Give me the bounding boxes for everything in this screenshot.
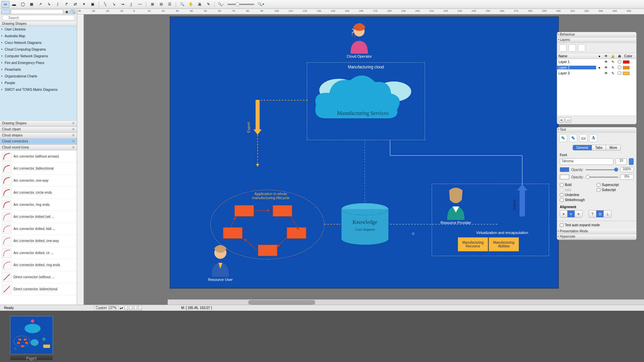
text-color-tool[interactable]: ✎ [559,134,567,142]
fill-swatch[interactable] [560,167,569,172]
zb4[interactable] [139,306,142,310]
lib-item[interactable]: Flowcharts [0,67,77,73]
layer-row[interactable]: Layer 2●👁✎ [557,65,636,70]
zoom-in-icon[interactable]: 🔍 [178,1,186,8]
rect-tool[interactable]: ▬ [10,1,18,8]
layer-remove-button[interactable]: − [565,117,571,123]
arrange-tool[interactable]: ☰ [166,1,174,8]
conn1-tool[interactable]: ↳ [45,1,53,8]
lifecycle-box-4[interactable] [287,227,306,239]
font-icon[interactable]: A [589,134,597,142]
manufacturing-cloud-box[interactable]: Manufacturing cloud Manufacturing Servic… [307,62,425,140]
tab-general[interactable]: General [573,145,592,150]
ellipse-tool[interactable]: ◯ [19,1,27,8]
search-input[interactable] [2,15,75,20]
zb3[interactable] [134,306,137,310]
bezier-tool[interactable]: ↝ [118,1,126,8]
layer-tool-3[interactable] [578,44,585,52]
zoom-in-button[interactable]: 🔍+ [257,1,265,8]
page-thumb-1[interactable]: Page1 [10,316,53,360]
font-select[interactable]: Tahoma [560,158,613,165]
align-top[interactable]: ⊤ [589,210,596,217]
line-tool[interactable]: ╲ [101,1,109,8]
arrow-tool[interactable]: ↗ [36,1,44,8]
stencil-item[interactable]: Arc connector, one-way [0,175,77,187]
group-tool[interactable]: ⊞ [148,1,156,8]
align-middle[interactable]: ⊟ [596,210,604,217]
resource-user-figure[interactable]: Resource User [204,245,237,282]
conn2-tool[interactable]: ⤴ [54,1,62,8]
text-header[interactable]: Text [557,127,636,133]
stencil-item[interactable]: Arc connector dotted, bidi ... [0,223,77,235]
stencil-item[interactable]: Arc connector dotted (wit ... [0,211,77,223]
select-tool[interactable]: ▭ [1,1,9,8]
table-tool[interactable]: ▦ [28,1,36,8]
stencil-item[interactable]: Direct connector, bidirectional [0,283,77,295]
horizontal-scrollbar[interactable] [168,299,644,305]
bg-swatch[interactable] [560,175,569,179]
layer-add-button[interactable]: + [558,117,565,123]
tab-more[interactable]: More [606,145,621,150]
grid-view-icon[interactable]: ▦ [64,9,69,14]
tab-tabs[interactable]: Tabs [592,145,606,150]
eyedropper-tool[interactable]: ✎ [204,1,212,8]
lib-name-field[interactable] [11,9,63,14]
bg-opacity-slider[interactable] [586,177,618,178]
mfg-abilities-box[interactable]: Manufacturing Abilities [489,237,519,251]
hypernote-header[interactable]: Hypernote [557,234,636,240]
text-highlight-tool[interactable]: ✎ [569,134,577,142]
layers-header[interactable]: Layers [557,38,636,43]
zoom-field[interactable]: Custom 137% [94,306,118,310]
stencil-item[interactable]: Arc connector, ring ends [0,199,77,211]
zoom-out-button[interactable]: 🔍- [217,1,225,8]
lib-item[interactable]: SWOT and TOWS Matrix Diagrams [0,87,77,94]
bg-opacity-value[interactable]: 0% [620,174,634,180]
stencil-item[interactable]: Arc connector, bidirectional [0,163,77,175]
spline-tool[interactable]: ∫ [127,1,135,8]
knowledge-db[interactable]: Knowledge Core Support [340,203,390,245]
pen-tool[interactable]: ↘ [110,1,118,8]
stencil-section[interactable]: Cloud shapes [0,132,77,138]
strike-checkbox[interactable]: Strikethrough [560,197,597,202]
conn3-tool[interactable]: ↱ [62,1,70,8]
font-size-stepper[interactable] [629,158,634,165]
print-tool[interactable]: 🖶 [196,1,204,8]
fill-opacity-value[interactable]: 100% [620,167,634,172]
text-box-tool[interactable]: ▭ [579,134,587,142]
layer-tool-2[interactable] [569,44,576,52]
mfg-resource-box[interactable]: Manufacturing Recource [458,237,488,251]
auto-conn-tool[interactable]: ✶ [80,1,88,8]
lib-item[interactable]: Organizational Charts [0,73,77,80]
align-center[interactable]: ≡ [568,210,575,217]
stencil-item[interactable]: Arc connector, circle ends [0,187,77,199]
stencil-item[interactable]: Arc connector dotted, cir ... [0,247,77,259]
subscript-checkbox[interactable]: Subscript [597,187,634,192]
zb2[interactable] [129,306,132,310]
import-arrow[interactable] [517,184,528,217]
behaviour-header[interactable]: Behaviour [557,32,636,38]
auto-expand-checkbox[interactable]: Text auto expand mode [560,223,634,228]
lifecycle-box-5[interactable] [258,245,277,256]
align-bottom[interactable]: ⊥ [604,210,611,217]
zoom-slider[interactable] [227,4,254,5]
presentation-header[interactable]: Presentation Mode [557,229,636,234]
stencil-section[interactable]: Drawing Shapes [0,120,77,126]
lib-item[interactable]: User Libraries [0,26,77,33]
align-left[interactable]: ≡ [560,210,568,217]
align-right[interactable]: ≡ [575,210,582,217]
zb1[interactable] [124,306,128,310]
freehand-tool[interactable]: 〰 [136,1,144,8]
fill-opacity-slider[interactable] [586,169,618,170]
stencil-item[interactable]: Arc connector dotted, ring ends [0,259,77,271]
lifecycle-box-3[interactable] [223,227,243,239]
lifecycle-box-2[interactable] [273,205,292,217]
underline-checkbox[interactable]: Underline [560,192,597,197]
stencil-section[interactable]: Cloud round icons [0,144,77,150]
cloud-operator-figure[interactable]: Cloud Operator [344,23,374,58]
lifecycle-box-1[interactable] [234,205,254,217]
layer-row[interactable]: Layer 3👁✎ [557,70,636,76]
stencil-section[interactable]: Cloud clipart [0,126,77,132]
lib-item[interactable]: People [0,80,77,87]
ungroup-tool[interactable]: ⊟ [157,1,165,8]
layer-row[interactable]: Layer 1👁✎ [557,59,636,65]
